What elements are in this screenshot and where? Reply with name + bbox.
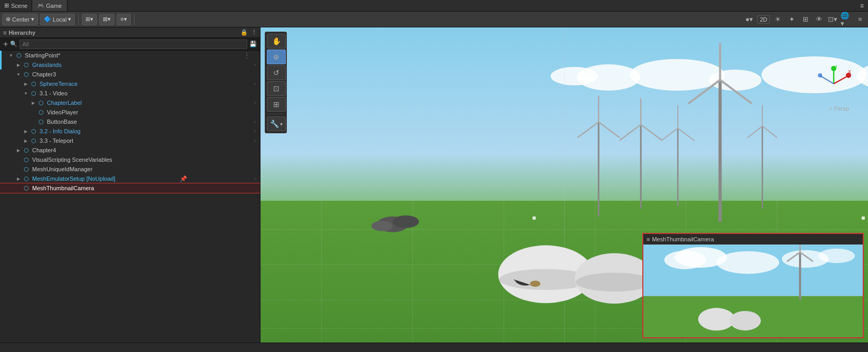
tool-move[interactable]: ⊕: [267, 50, 286, 64]
expand-chapter4[interactable]: ▶: [15, 146, 22, 154]
expand-visualscripting[interactable]: ▶: [15, 156, 22, 163]
cube-icon-sphereterrace: ⬡: [30, 80, 38, 88]
hierarchy-header: ≡ Hierarchy 🔒 ⋮: [0, 27, 260, 38]
tool-rect[interactable]: ⊞: [267, 97, 286, 112]
label-chapterlabel: ChapterLabel: [47, 100, 82, 106]
eye-slash-button[interactable]: 👁: [813, 14, 825, 25]
search-icon: 🔍: [10, 41, 17, 47]
expand-icon[interactable]: ▼: [7, 52, 15, 59]
tree-item-visualscripting[interactable]: ▶ ⬡ VisualScripting SceneVariables: [0, 155, 260, 164]
svg-point-51: [729, 311, 760, 330]
svg-text:Y: Y: [835, 65, 838, 69]
sun-button[interactable]: ☀: [772, 14, 784, 25]
label-chapter3: Chapter3: [32, 71, 56, 77]
tool-scale[interactable]: ⊡: [267, 81, 286, 96]
expand-videoplayer[interactable]: ▶: [30, 109, 37, 116]
label-chapter4: Chapter4: [32, 147, 56, 153]
svg-point-44: [818, 249, 855, 263]
fx-button[interactable]: ✦: [786, 14, 797, 25]
local-dropdown-icon: ▾: [68, 16, 71, 23]
more-button[interactable]: ≡: [854, 14, 866, 25]
scale-snap-button[interactable]: ⊠▾: [99, 14, 114, 25]
cube-icon-grasslands: ⬡: [22, 61, 31, 69]
scene-view[interactable]: ✋ ⊕ ↺ ⊡ ⊞ 🔧▾ Y X: [261, 27, 868, 343]
cube-icon-31video: ⬡: [30, 89, 38, 97]
grid-v-2: [412, 201, 413, 343]
scene-options-icon[interactable]: ≡: [860, 2, 868, 9]
gizmo-button[interactable]: 🌐▾: [841, 14, 852, 25]
tree-item-sphereterrace[interactable]: ▶ ⬡ SphereTerrace ›: [0, 79, 260, 89]
lock-icon[interactable]: 🔒: [240, 29, 248, 36]
tree-item-meshthumbnailcamera[interactable]: ▶ ⬡ MeshThumbnailCamera: [0, 183, 260, 193]
tree-item-meshuniqueid[interactable]: ▶ ⬡ MeshUniqueIdManager: [0, 164, 260, 174]
expand-chapter3[interactable]: ▼: [15, 71, 22, 78]
expand-meshuniqueid[interactable]: ▶: [15, 165, 22, 173]
display-button[interactable]: ⊡▾: [827, 14, 838, 25]
expand-meshthumbnailcamera[interactable]: ▶: [15, 184, 22, 192]
arrow-meshemulator: ›: [254, 176, 258, 181]
tool-custom[interactable]: 🔧▾: [267, 116, 286, 131]
expand-sphereterrace[interactable]: ▶: [22, 80, 30, 87]
add-button[interactable]: +: [3, 40, 8, 49]
tree-item-33teleport[interactable]: ▶ ⬡ 3.3 - Teleport ›: [0, 136, 260, 145]
lighting-button[interactable]: ●▾: [744, 14, 755, 25]
expand-buttonbase[interactable]: ▶: [30, 118, 37, 125]
dots-menu-startingpoint[interactable]: ⋮: [243, 51, 250, 60]
grid-v-3: [504, 201, 504, 343]
tree-item-chapterlabel[interactable]: ▶ ⬡ ChapterLabel ›: [0, 98, 260, 107]
tree-item-32info[interactable]: ▶ ⬡ 3.2 - Info Dialog ›: [0, 126, 260, 136]
local-icon: 🔷: [44, 16, 51, 23]
camera-preview-content: [643, 245, 863, 337]
game-tab-label[interactable]: Game: [46, 3, 62, 9]
cube-icon-chapter4: ⬡: [22, 146, 31, 154]
search-save-icon[interactable]: 💾: [249, 41, 257, 47]
arrow-sphereterrace: ›: [254, 81, 258, 86]
scene-tab-label[interactable]: Scene: [11, 3, 27, 9]
tree-item-grasslands[interactable]: ▶ ⬡ Grasslands ›: [0, 60, 260, 70]
arrow-32info: ›: [254, 129, 258, 134]
camera-preview-menu: ≡: [647, 236, 650, 242]
toolbar-sep-1: [78, 14, 79, 25]
center-line-h: [261, 185, 868, 185]
hierarchy-menu-icon: ≡: [3, 30, 6, 36]
tree-item-31video[interactable]: ▼ ⬡ 3.1 - Video: [0, 89, 260, 98]
label-sphereterrace: SphereTerrace: [40, 81, 78, 87]
expand-chapterlabel[interactable]: ▶: [30, 99, 37, 106]
tree-item-videoplayer[interactable]: ▶ ⬡ VideoPlayer: [0, 107, 260, 117]
label-videoplayer: VideoPlayer: [47, 109, 78, 115]
expand-grasslands[interactable]: ▶: [15, 61, 22, 69]
tool-hand[interactable]: ✋: [267, 34, 286, 48]
local-button[interactable]: 🔷 Local ▾: [40, 14, 75, 25]
camera-preview-window[interactable]: ≡ MeshThumbnailCamera: [642, 233, 864, 338]
tree-item-chapter4[interactable]: ▶ ⬡ Chapter4: [0, 145, 260, 155]
tree-item-meshemulator[interactable]: ▶ ⬡ MeshEmulatorSetup [NoUpload] 📌 ›: [0, 174, 260, 183]
scene-toolbar: ⊕ Center ▾ 🔷 Local ▾ ⊞▾ ⊠▾ ≡▾ ●▾ 2D ☀ ✦ …: [0, 12, 868, 27]
tool-rotate[interactable]: ↺: [267, 65, 286, 80]
tree-item-buttonbase[interactable]: ▶ ⬡ ButtonBase ›: [0, 117, 260, 126]
expand-meshemulator[interactable]: ▶: [15, 175, 22, 182]
cube-icon-32info: ⬡: [30, 127, 38, 135]
camera-preview-title: MeshThumbnailCamera: [652, 236, 713, 242]
snap-button[interactable]: ≡▾: [117, 14, 130, 25]
tree-item-chapter3[interactable]: ▼ ⬡ Chapter3: [0, 70, 260, 79]
expand-32info[interactable]: ▶: [22, 128, 30, 135]
arrow-chapterlabel: ›: [254, 100, 258, 105]
search-input[interactable]: [20, 40, 247, 49]
cube-icon-meshemulator: ⬡: [22, 174, 31, 183]
hierarchy-options-icon[interactable]: ⋮: [251, 29, 257, 36]
overlay-button[interactable]: ⊞: [799, 14, 811, 25]
cloud-3: [709, 70, 761, 91]
arrow-33teleport: ›: [254, 138, 258, 143]
cube-icon-chapterlabel: ⬡: [37, 99, 45, 107]
2d-button[interactable]: 2D: [757, 15, 770, 24]
cube-icon-meshthumbnailcamera: ⬡: [22, 184, 31, 192]
expand-31video[interactable]: ▼: [22, 90, 30, 97]
svg-point-37: [818, 73, 822, 77]
tree-item-startingpoint[interactable]: ▼ ⬡ StartingPoint* ⋮: [0, 51, 260, 60]
hierarchy-tree: ▼ ⬡ StartingPoint* ⋮ ▶ ⬡ Grasslands › ▼: [0, 51, 260, 343]
grid-snap-button[interactable]: ⊞▾: [82, 14, 97, 25]
scene-axes-gizmo: Y X: [815, 65, 852, 102]
expand-33teleport[interactable]: ▶: [22, 137, 30, 144]
center-button[interactable]: ⊕ Center ▾: [2, 14, 38, 25]
center-icon: ⊕: [6, 16, 11, 23]
